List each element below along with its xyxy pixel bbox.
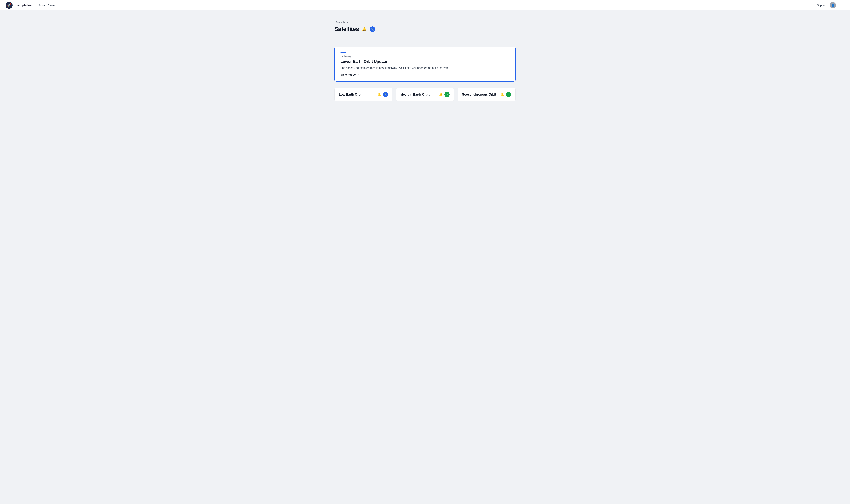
- card-bell-icon[interactable]: 🔔: [439, 93, 442, 96]
- card-status-badge-green: ✓: [506, 92, 511, 97]
- service-cards-grid: Low Earth Orbit 🔔 🔧 Medium Earth Orbit 🔔…: [334, 88, 516, 101]
- notice-body: The scheduled maintenance is now underwa…: [340, 66, 510, 70]
- page-wrench-icon[interactable]: 🔧: [369, 26, 375, 32]
- logo-link[interactable]: 🚀 Example Inc.: [5, 2, 33, 9]
- service-card-low-earth-orbit[interactable]: Low Earth Orbit 🔔 🔧: [334, 88, 393, 101]
- card-bell-icon[interactable]: 🔔: [500, 93, 504, 96]
- card-status-badge-green: ✓: [445, 92, 450, 97]
- service-card-icons: 🔔 ✓: [439, 92, 450, 97]
- service-card-icons: 🔔 ✓: [500, 92, 511, 97]
- service-card-geosynchronous-orbit[interactable]: Geosynchronous Orbit 🔔 ✓: [457, 88, 516, 101]
- card-bell-icon[interactable]: 🔔: [377, 93, 381, 96]
- breadcrumb: Example Inc /: [334, 21, 516, 24]
- notice-title: Lower Earth Orbit Update: [340, 59, 510, 64]
- page-title-row: Satellites 🔔 🔧: [334, 26, 516, 32]
- logo-icon: 🚀: [5, 2, 13, 9]
- avatar[interactable]: 👤: [830, 2, 836, 8]
- service-card-medium-earth-orbit[interactable]: Medium Earth Orbit 🔔 ✓: [396, 88, 454, 101]
- service-card-name: Geosynchronous Orbit: [462, 93, 496, 96]
- navbar: 🚀 Example Inc. Service Status Support 👤 …: [0, 0, 850, 11]
- service-card-name: Medium Earth Orbit: [400, 93, 430, 96]
- page-title: Satellites: [334, 26, 359, 32]
- notice-status-label: Underway: [340, 55, 510, 58]
- support-link[interactable]: Support: [817, 4, 826, 7]
- breadcrumb-root[interactable]: Example Inc: [336, 21, 349, 24]
- nav-service-status-label: Service Status: [38, 4, 55, 7]
- service-card-name: Low Earth Orbit: [339, 93, 362, 96]
- nav-right: Support 👤 ⋮: [817, 2, 845, 8]
- hero-section: Example Inc / Satellites 🔔 🔧: [0, 11, 850, 41]
- breadcrumb-separator: /: [352, 21, 352, 24]
- more-menu-button[interactable]: ⋮: [839, 2, 845, 8]
- main-content: Underway Lower Earth Orbit Update The sc…: [329, 41, 521, 112]
- view-notice-link[interactable]: View notice →: [340, 73, 360, 76]
- page-bell-icon[interactable]: 🔔: [362, 26, 367, 32]
- card-status-badge-blue: 🔧: [383, 92, 388, 97]
- logo-text: Example Inc.: [14, 3, 33, 7]
- service-card-icons: 🔔 🔧: [377, 92, 388, 97]
- notice-accent-bar: [340, 52, 346, 53]
- notice-card: Underway Lower Earth Orbit Update The sc…: [334, 47, 516, 82]
